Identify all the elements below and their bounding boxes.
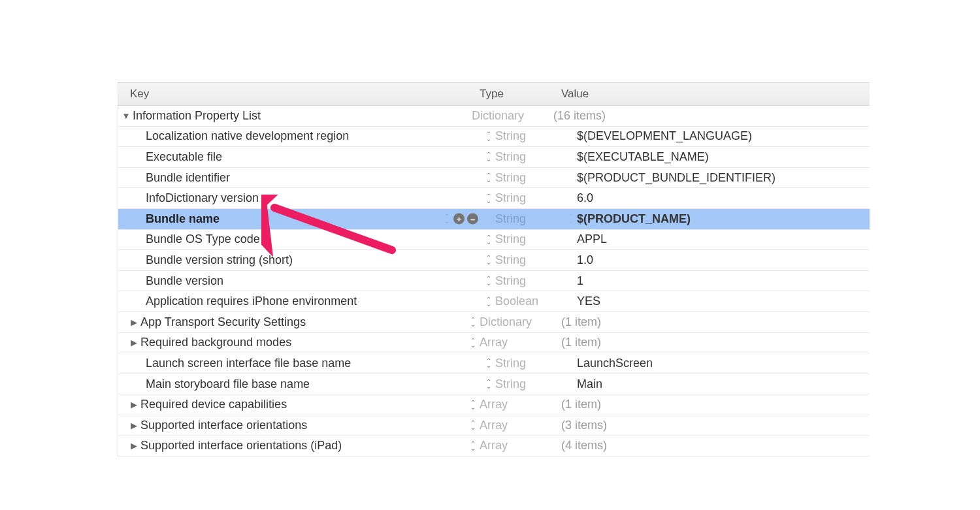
key-cell[interactable]: Bundle name⌃⌄+– xyxy=(118,212,495,226)
value-cell[interactable]: $(PRODUCT_NAME) xyxy=(577,212,870,226)
key-cell[interactable]: ▶Supported interface orientations (iPad)… xyxy=(118,439,480,453)
plist-row[interactable]: Application requires iPhone environment⌃… xyxy=(118,291,870,312)
key-stepper-icon[interactable]: ⌃⌄ xyxy=(444,214,449,223)
key-cell[interactable]: ▶Required background modes⌃⌄ xyxy=(118,336,480,349)
disclosure-triangle-right-icon[interactable]: ▶ xyxy=(130,338,138,347)
type-label: Array xyxy=(480,398,508,411)
key-stepper-icon[interactable]: ⌃⌄ xyxy=(486,235,491,244)
plist-row[interactable]: Localization native development region⌃⌄… xyxy=(118,127,870,148)
type-cell[interactable]: String xyxy=(495,129,577,143)
key-stepper-icon[interactable]: ⌃⌄ xyxy=(486,194,491,203)
type-cell[interactable]: String xyxy=(495,171,577,185)
value-cell[interactable]: $(EXECUTABLE_NAME) xyxy=(577,150,870,164)
key-stepper-icon[interactable]: ⌃⌄ xyxy=(470,400,476,409)
value-cell[interactable]: (3 items) xyxy=(561,419,870,432)
value-cell[interactable]: APPL xyxy=(577,232,870,246)
column-header-key[interactable]: Key xyxy=(118,88,480,101)
plist-row[interactable]: ▶Supported interface orientations (iPad)… xyxy=(118,436,870,457)
key-stepper-icon[interactable]: ⌃⌄ xyxy=(486,132,491,141)
value-label: (1 item) xyxy=(561,336,601,349)
plist-row[interactable]: Main storyboard file base name⌃⌄StringMa… xyxy=(118,374,870,395)
value-cell[interactable]: (1 item) xyxy=(561,336,870,349)
value-cell[interactable]: $(DEVELOPMENT_LANGUAGE) xyxy=(577,129,870,143)
remove-row-button[interactable]: – xyxy=(467,214,478,225)
plist-row[interactable]: ▶Required device capabilities⌃⌄Array(1 i… xyxy=(118,394,870,415)
plist-row[interactable]: ▶App Transport Security Settings⌃⌄Dictio… xyxy=(118,312,870,333)
plist-row[interactable]: ▶Supported interface orientations⌃⌄Array… xyxy=(118,415,870,436)
key-cell[interactable]: Bundle version string (short)⌃⌄ xyxy=(118,253,495,267)
value-cell[interactable]: 1 xyxy=(577,274,870,288)
type-cell[interactable]: String xyxy=(495,191,577,205)
plist-row[interactable]: Bundle OS Type code⌃⌄StringAPPL xyxy=(118,230,870,251)
plist-root-row[interactable]: ▼ Information Property List Dictionary (… xyxy=(118,106,870,127)
key-stepper-icon[interactable]: ⌃⌄ xyxy=(486,255,491,264)
type-label: String xyxy=(495,253,526,267)
value-cell[interactable]: $(PRODUCT_BUNDLE_IDENTIFIER) xyxy=(577,171,870,185)
key-cell[interactable]: Localization native development region⌃⌄ xyxy=(118,129,495,143)
plist-row[interactable]: ▶Required background modes⌃⌄Array(1 item… xyxy=(118,333,870,354)
disclosure-triangle-right-icon[interactable]: ▶ xyxy=(130,441,138,451)
key-cell[interactable]: ▶Required device capabilities⌃⌄ xyxy=(118,398,480,411)
plist-row[interactable]: Bundle version string (short)⌃⌄String1.0 xyxy=(118,250,870,271)
type-cell[interactable]: Boolean xyxy=(495,295,577,308)
value-cell[interactable]: 1.0 xyxy=(577,253,870,267)
value-cell[interactable]: 6.0 xyxy=(577,191,870,205)
key-cell[interactable]: Bundle OS Type code⌃⌄ xyxy=(118,232,495,246)
key-cell[interactable]: Executable file⌃⌄ xyxy=(118,150,495,164)
key-cell[interactable]: Launch screen interface file base name⌃⌄ xyxy=(118,357,495,370)
plist-row[interactable]: Executable file⌃⌄String$(EXECUTABLE_NAME… xyxy=(118,147,870,168)
key-stepper-icon[interactable]: ⌃⌄ xyxy=(486,297,491,306)
plist-row[interactable]: Bundle identifier⌃⌄String$(PRODUCT_BUNDL… xyxy=(118,168,870,189)
plist-row[interactable]: Bundle name⌃⌄+–String⌃⌄$(PRODUCT_NAME) xyxy=(118,209,870,230)
key-cell[interactable]: Bundle identifier⌃⌄ xyxy=(118,171,495,185)
type-cell[interactable]: String xyxy=(495,150,577,164)
type-cell[interactable]: Array xyxy=(480,336,561,349)
value-cell[interactable]: (1 item) xyxy=(561,398,870,411)
value-cell[interactable]: (1 item) xyxy=(561,315,870,329)
key-stepper-icon[interactable]: ⌃⌄ xyxy=(486,379,491,389)
disclosure-triangle-down-icon[interactable]: ▼ xyxy=(122,111,130,121)
key-stepper-icon[interactable]: ⌃⌄ xyxy=(486,152,491,161)
key-stepper-icon[interactable]: ⌃⌄ xyxy=(486,276,491,285)
value-label: $(EXECUTABLE_NAME) xyxy=(577,150,709,164)
type-stepper-icon[interactable]: ⌃⌄ xyxy=(568,214,573,223)
add-row-button[interactable]: + xyxy=(453,214,465,225)
type-cell[interactable]: String xyxy=(495,232,577,246)
key-stepper-icon[interactable]: ⌃⌄ xyxy=(470,317,476,327)
value-cell[interactable]: Main xyxy=(577,377,870,391)
type-cell[interactable]: Array xyxy=(480,439,561,453)
key-stepper-icon[interactable]: ⌃⌄ xyxy=(486,173,491,182)
plist-row[interactable]: Launch screen interface file base name⌃⌄… xyxy=(118,353,870,374)
type-cell[interactable]: String xyxy=(495,357,577,370)
key-stepper-icon[interactable]: ⌃⌄ xyxy=(486,359,491,368)
key-cell[interactable]: Application requires iPhone environment⌃… xyxy=(118,295,495,308)
key-cell[interactable]: InfoDictionary version⌃⌄ xyxy=(118,191,495,205)
column-header-value[interactable]: Value xyxy=(561,88,870,101)
key-stepper-icon[interactable]: ⌃⌄ xyxy=(470,441,476,451)
disclosure-triangle-right-icon[interactable]: ▶ xyxy=(130,317,138,327)
key-stepper-icon[interactable]: ⌃⌄ xyxy=(470,421,476,430)
column-header-type[interactable]: Type xyxy=(480,88,561,101)
type-cell[interactable]: String xyxy=(495,377,577,391)
type-cell[interactable]: Dictionary xyxy=(480,315,561,329)
value-cell[interactable]: LaunchScreen xyxy=(577,357,870,370)
type-cell[interactable]: String xyxy=(495,274,577,288)
key-cell[interactable]: Main storyboard file base name⌃⌄ xyxy=(118,377,495,391)
key-stepper-icon[interactable]: ⌃⌄ xyxy=(470,338,476,347)
plist-row[interactable]: InfoDictionary version⌃⌄String6.0 xyxy=(118,188,870,209)
type-cell[interactable]: String⌃⌄ xyxy=(495,212,577,226)
type-cell[interactable]: Array xyxy=(480,419,561,432)
type-cell[interactable]: Array xyxy=(480,398,561,411)
value-cell[interactable]: (4 items) xyxy=(561,439,870,453)
key-cell[interactable]: ▶App Transport Security Settings⌃⌄ xyxy=(118,315,480,329)
plist-row[interactable]: Bundle version⌃⌄String1 xyxy=(118,271,870,292)
key-cell[interactable]: ▶Supported interface orientations⌃⌄ xyxy=(118,419,480,432)
disclosure-triangle-right-icon[interactable]: ▶ xyxy=(130,400,138,409)
type-label: String xyxy=(495,377,526,391)
root-key-label: Information Property List xyxy=(133,109,261,123)
root-key-cell[interactable]: ▼ Information Property List xyxy=(118,109,472,123)
value-cell[interactable]: YES xyxy=(577,295,870,308)
type-cell[interactable]: String xyxy=(495,253,577,267)
key-cell[interactable]: Bundle version⌃⌄ xyxy=(118,274,495,288)
disclosure-triangle-right-icon[interactable]: ▶ xyxy=(130,421,138,430)
